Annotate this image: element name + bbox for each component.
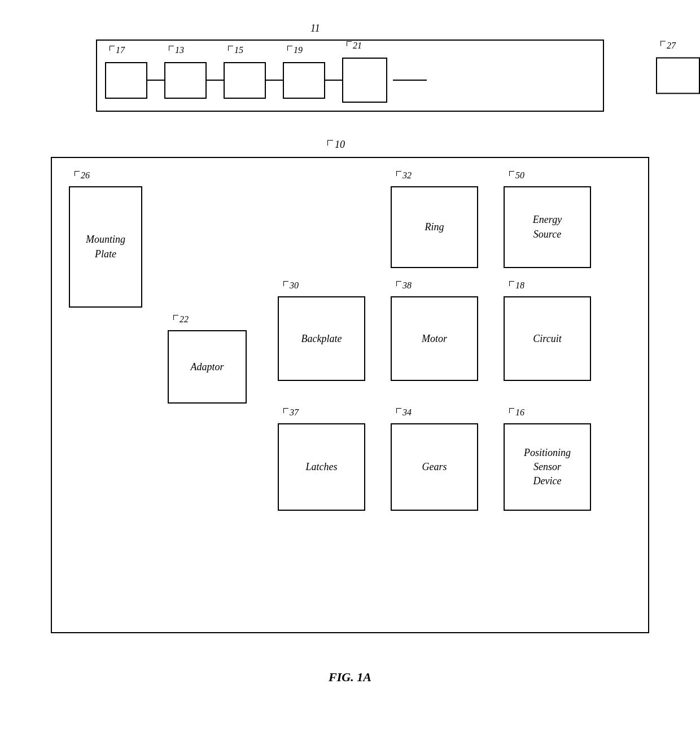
component-50: 50 EnergySource: [504, 186, 591, 268]
chain-node-15: 15: [224, 62, 266, 99]
figure-label: FIG. 1A: [329, 670, 371, 685]
connector: [147, 80, 164, 81]
box-motor: Motor: [391, 296, 478, 381]
main-diagram-section: 10 26 MountingPlate 3: [51, 157, 649, 633]
component-22: 22 Adaptor: [168, 330, 247, 404]
box-circuit: Circuit: [504, 296, 591, 381]
connector: [266, 80, 283, 81]
chain-node-27-outer: 27: [655, 58, 700, 94]
box-latches: Latches: [278, 423, 365, 511]
main-inner-layout: 26 MountingPlate 32 Ring: [69, 186, 631, 610]
component-34: 34 Gears: [391, 423, 478, 511]
box-19: [283, 62, 325, 99]
connector: [325, 80, 342, 81]
chain-node-17: 17: [105, 62, 147, 99]
chain-node-21: 21: [342, 58, 387, 103]
component-18: 18 Circuit: [504, 296, 591, 381]
component-26: 26 MountingPlate: [69, 186, 142, 308]
box-positioning-sensor: PositioningSensorDevice: [504, 423, 591, 511]
component-38: 38 Motor: [391, 296, 478, 381]
box-15: [224, 62, 266, 99]
component-16: 16 PositioningSensorDevice: [504, 423, 591, 511]
diagram-wrapper: 11 17 13 15: [11, 17, 689, 685]
component-32: 32 Ring: [391, 186, 478, 268]
top-chain-section: 11 17 13 15: [96, 40, 604, 112]
box-21: [342, 58, 387, 103]
component-30: 30 Backplate: [278, 296, 365, 381]
chain-label-11: 11: [310, 23, 320, 34]
main-label-10: 10: [327, 139, 345, 151]
box-13: [164, 62, 207, 99]
connector: [207, 80, 224, 81]
chain-node-13: 13: [164, 62, 207, 99]
box-ring: Ring: [391, 186, 478, 268]
end-connector: [393, 80, 427, 81]
box-gears: Gears: [391, 423, 478, 511]
box-energy-source: EnergySource: [504, 186, 591, 268]
box-backplate: Backplate: [278, 296, 365, 381]
chain-node-19: 19: [283, 62, 325, 99]
main-outer-box: 26 MountingPlate 32 Ring: [51, 157, 649, 633]
box-mounting-plate: MountingPlate: [69, 186, 142, 308]
box-27: [656, 58, 700, 94]
chain-container-box: 17 13 15: [96, 40, 604, 112]
box-17: [105, 62, 147, 99]
box-adaptor: Adaptor: [168, 330, 247, 404]
component-37: 37 Latches: [278, 423, 365, 511]
